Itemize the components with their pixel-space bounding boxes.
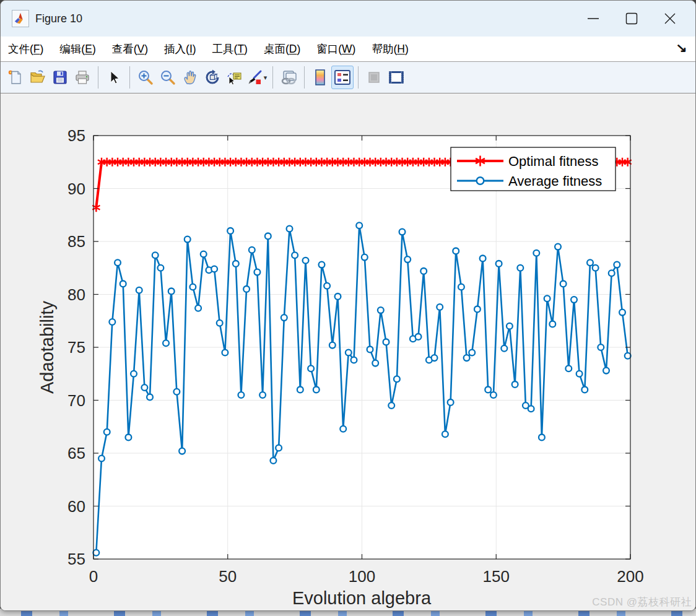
x-tick-label: 200 <box>617 567 643 586</box>
circle-marker <box>560 281 567 287</box>
pan-hand-button[interactable] <box>179 66 201 89</box>
brush-dropdown-icon[interactable]: ▾ <box>264 74 268 82</box>
toolbar: ▾ <box>1 62 695 93</box>
circle-marker <box>211 266 217 272</box>
x-axis-label: Evolution algebra <box>292 588 432 608</box>
new-figure-button[interactable] <box>4 66 27 89</box>
figure-canvas[interactable]: 050100150200556065707580859095 Evolution… <box>1 93 696 611</box>
menu-item-window[interactable]: 窗口(W) <box>316 41 355 56</box>
pointer-button[interactable] <box>103 66 125 89</box>
circle-marker <box>346 350 352 356</box>
circle-marker <box>254 269 261 275</box>
window-title: Figure 10 <box>35 12 82 25</box>
circle-marker <box>501 345 507 352</box>
x-tick-label: 0 <box>89 567 98 586</box>
watermark: CSDN @荔枝科研社 <box>592 595 692 609</box>
circle-marker <box>625 353 631 359</box>
circle-marker <box>313 387 320 393</box>
circle-marker <box>356 222 362 228</box>
circle-marker <box>609 270 615 276</box>
open-file-button[interactable] <box>27 66 49 89</box>
circle-marker <box>404 256 411 262</box>
rotate-3d-button[interactable] <box>201 66 224 89</box>
insert-legend-button[interactable] <box>331 66 354 89</box>
circle-marker <box>399 229 406 235</box>
circle-marker <box>93 550 99 556</box>
link-plot-button[interactable] <box>277 66 300 89</box>
minimize-button[interactable] <box>574 5 612 32</box>
circle-marker <box>394 376 400 382</box>
circle-marker <box>190 284 196 290</box>
circle-marker <box>453 248 459 254</box>
y-tick-label: 75 <box>67 338 85 357</box>
save-figure-button[interactable] <box>49 66 71 89</box>
menu-item-tools[interactable]: 工具(T) <box>212 41 248 56</box>
title-bar[interactable]: Figure 10 <box>1 1 695 37</box>
circle-marker <box>136 287 142 293</box>
zoom-in-button[interactable] <box>134 66 157 89</box>
circle-marker <box>115 259 121 266</box>
circle-marker <box>120 281 126 287</box>
circle-marker <box>271 458 277 464</box>
circle-marker <box>474 306 481 313</box>
circle-marker <box>340 426 346 432</box>
circle-marker <box>555 244 561 250</box>
figure-window: Figure 10 文件(F)编辑(E)查看(V)插入(I)工具(T)桌面(D)… <box>0 0 696 611</box>
show-plot-tools-dock-button[interactable] <box>385 66 407 89</box>
circle-marker <box>480 256 486 262</box>
circle-marker <box>437 304 443 310</box>
circle-marker <box>367 347 373 353</box>
legend[interactable]: Optimal fitness Average fitness <box>451 147 616 191</box>
insert-colorbar-button[interactable] <box>309 66 331 89</box>
circle-marker <box>324 283 330 289</box>
circle-marker <box>329 342 336 349</box>
zoom-out-button[interactable] <box>157 66 179 89</box>
circle-marker <box>319 262 325 268</box>
circle-marker <box>378 307 384 313</box>
close-button[interactable] <box>651 5 689 32</box>
circle-marker <box>372 360 378 367</box>
circle-marker <box>581 387 588 393</box>
circle-marker <box>131 371 137 377</box>
circle-marker <box>565 365 572 371</box>
dock-figure-arrow-icon[interactable]: ↘ <box>676 40 687 55</box>
circle-marker <box>420 268 427 274</box>
circle-marker <box>292 252 298 258</box>
circle-marker <box>576 371 583 377</box>
maximize-button[interactable] <box>612 5 651 32</box>
screen: Figure 10 文件(F)编辑(E)查看(V)插入(I)工具(T)桌面(D)… <box>0 0 696 616</box>
toolbar-separator <box>272 66 273 89</box>
circle-marker <box>147 394 153 401</box>
y-tick-label: 55 <box>67 550 85 568</box>
menu-item-edit[interactable]: 编辑(E) <box>59 41 95 56</box>
legend-sample-average-marker <box>477 177 484 184</box>
y-tick-label: 70 <box>67 391 85 410</box>
y-tick-label: 90 <box>67 180 85 198</box>
menu-item-file[interactable]: 文件(F) <box>8 41 43 56</box>
circle-marker <box>142 384 148 391</box>
menu-item-help[interactable]: 帮助(H) <box>372 41 408 56</box>
circle-marker <box>539 435 545 441</box>
circle-marker <box>490 392 497 398</box>
circle-marker <box>185 236 191 243</box>
circle-marker <box>152 252 159 258</box>
circle-marker <box>415 334 422 340</box>
circle-marker <box>619 310 625 316</box>
brush-button[interactable]: ▾ <box>246 66 268 89</box>
circle-marker <box>238 392 245 398</box>
toolbar-separator <box>129 66 130 89</box>
circle-marker <box>249 247 255 253</box>
menu-item-view[interactable]: 查看(V) <box>112 41 148 56</box>
print-figure-button[interactable] <box>71 66 94 89</box>
x-tick-label: 50 <box>219 567 237 586</box>
menu-item-insert[interactable]: 插入(I) <box>164 41 196 56</box>
circle-marker <box>517 265 523 271</box>
menu-item-desktop[interactable]: 桌面(D) <box>264 41 300 56</box>
circle-marker <box>174 389 180 395</box>
circle-marker <box>544 295 550 301</box>
circle-marker <box>104 429 110 435</box>
circle-marker <box>168 288 175 295</box>
data-cursor-button[interactable] <box>224 66 246 89</box>
circle-marker <box>383 339 389 345</box>
legend-label-average: Average fitness <box>508 173 602 189</box>
